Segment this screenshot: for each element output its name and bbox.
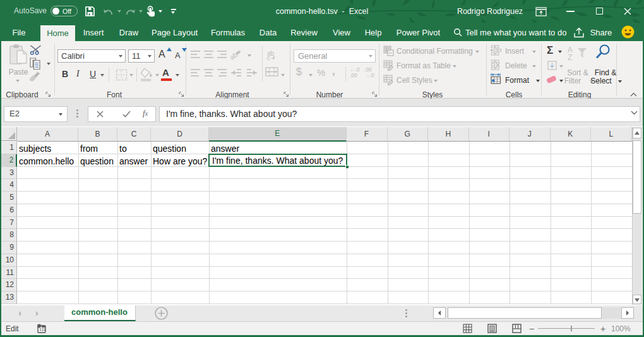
svg-text:c: c bbox=[267, 54, 270, 61]
svg-text:Z: Z bbox=[568, 53, 572, 61]
